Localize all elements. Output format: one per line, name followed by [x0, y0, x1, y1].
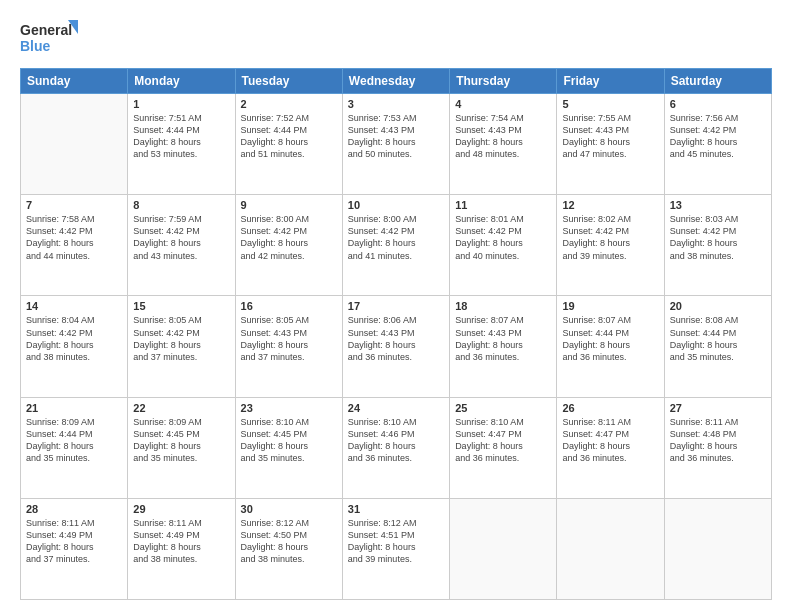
- day-detail: Sunrise: 8:12 AM Sunset: 4:50 PM Dayligh…: [241, 517, 337, 566]
- day-number: 10: [348, 199, 444, 211]
- day-number: 11: [455, 199, 551, 211]
- day-detail: Sunrise: 7:53 AM Sunset: 4:43 PM Dayligh…: [348, 112, 444, 161]
- day-number: 27: [670, 402, 766, 414]
- logo: GeneralBlue: [20, 18, 80, 58]
- day-detail: Sunrise: 8:10 AM Sunset: 4:46 PM Dayligh…: [348, 416, 444, 465]
- day-detail: Sunrise: 8:07 AM Sunset: 4:43 PM Dayligh…: [455, 314, 551, 363]
- day-cell: 21Sunrise: 8:09 AM Sunset: 4:44 PM Dayli…: [21, 397, 128, 498]
- day-detail: Sunrise: 8:05 AM Sunset: 4:43 PM Dayligh…: [241, 314, 337, 363]
- day-detail: Sunrise: 8:10 AM Sunset: 4:45 PM Dayligh…: [241, 416, 337, 465]
- logo-icon: GeneralBlue: [20, 18, 80, 58]
- day-detail: Sunrise: 7:56 AM Sunset: 4:42 PM Dayligh…: [670, 112, 766, 161]
- day-cell: 13Sunrise: 8:03 AM Sunset: 4:42 PM Dayli…: [664, 195, 771, 296]
- weekday-saturday: Saturday: [664, 69, 771, 94]
- day-detail: Sunrise: 8:11 AM Sunset: 4:47 PM Dayligh…: [562, 416, 658, 465]
- day-number: 15: [133, 300, 229, 312]
- day-number: 24: [348, 402, 444, 414]
- weekday-header-row: SundayMondayTuesdayWednesdayThursdayFrid…: [21, 69, 772, 94]
- day-number: 21: [26, 402, 122, 414]
- day-detail: Sunrise: 8:04 AM Sunset: 4:42 PM Dayligh…: [26, 314, 122, 363]
- day-cell: 31Sunrise: 8:12 AM Sunset: 4:51 PM Dayli…: [342, 498, 449, 599]
- day-detail: Sunrise: 8:03 AM Sunset: 4:42 PM Dayligh…: [670, 213, 766, 262]
- day-detail: Sunrise: 8:05 AM Sunset: 4:42 PM Dayligh…: [133, 314, 229, 363]
- day-cell: 20Sunrise: 8:08 AM Sunset: 4:44 PM Dayli…: [664, 296, 771, 397]
- day-detail: Sunrise: 8:06 AM Sunset: 4:43 PM Dayligh…: [348, 314, 444, 363]
- day-cell: 6Sunrise: 7:56 AM Sunset: 4:42 PM Daylig…: [664, 94, 771, 195]
- day-cell: 27Sunrise: 8:11 AM Sunset: 4:48 PM Dayli…: [664, 397, 771, 498]
- day-cell: 25Sunrise: 8:10 AM Sunset: 4:47 PM Dayli…: [450, 397, 557, 498]
- day-cell: 1Sunrise: 7:51 AM Sunset: 4:44 PM Daylig…: [128, 94, 235, 195]
- day-detail: Sunrise: 8:11 AM Sunset: 4:49 PM Dayligh…: [133, 517, 229, 566]
- day-detail: Sunrise: 8:01 AM Sunset: 4:42 PM Dayligh…: [455, 213, 551, 262]
- day-number: 13: [670, 199, 766, 211]
- day-cell: 26Sunrise: 8:11 AM Sunset: 4:47 PM Dayli…: [557, 397, 664, 498]
- day-detail: Sunrise: 8:09 AM Sunset: 4:45 PM Dayligh…: [133, 416, 229, 465]
- day-number: 26: [562, 402, 658, 414]
- day-cell: 29Sunrise: 8:11 AM Sunset: 4:49 PM Dayli…: [128, 498, 235, 599]
- weekday-wednesday: Wednesday: [342, 69, 449, 94]
- day-number: 23: [241, 402, 337, 414]
- day-detail: Sunrise: 8:11 AM Sunset: 4:49 PM Dayligh…: [26, 517, 122, 566]
- day-cell: 23Sunrise: 8:10 AM Sunset: 4:45 PM Dayli…: [235, 397, 342, 498]
- day-number: 29: [133, 503, 229, 515]
- svg-text:General: General: [20, 22, 72, 38]
- week-row-1: 1Sunrise: 7:51 AM Sunset: 4:44 PM Daylig…: [21, 94, 772, 195]
- week-row-2: 7Sunrise: 7:58 AM Sunset: 4:42 PM Daylig…: [21, 195, 772, 296]
- day-detail: Sunrise: 8:10 AM Sunset: 4:47 PM Dayligh…: [455, 416, 551, 465]
- day-cell: 10Sunrise: 8:00 AM Sunset: 4:42 PM Dayli…: [342, 195, 449, 296]
- day-detail: Sunrise: 8:09 AM Sunset: 4:44 PM Dayligh…: [26, 416, 122, 465]
- day-number: 30: [241, 503, 337, 515]
- day-number: 16: [241, 300, 337, 312]
- day-number: 20: [670, 300, 766, 312]
- day-cell: 2Sunrise: 7:52 AM Sunset: 4:44 PM Daylig…: [235, 94, 342, 195]
- day-detail: Sunrise: 8:12 AM Sunset: 4:51 PM Dayligh…: [348, 517, 444, 566]
- weekday-tuesday: Tuesday: [235, 69, 342, 94]
- svg-text:Blue: Blue: [20, 38, 51, 54]
- day-detail: Sunrise: 7:58 AM Sunset: 4:42 PM Dayligh…: [26, 213, 122, 262]
- day-detail: Sunrise: 8:00 AM Sunset: 4:42 PM Dayligh…: [348, 213, 444, 262]
- day-cell: 8Sunrise: 7:59 AM Sunset: 4:42 PM Daylig…: [128, 195, 235, 296]
- day-detail: Sunrise: 7:51 AM Sunset: 4:44 PM Dayligh…: [133, 112, 229, 161]
- day-number: 9: [241, 199, 337, 211]
- day-number: 31: [348, 503, 444, 515]
- day-cell: [21, 94, 128, 195]
- day-cell: 7Sunrise: 7:58 AM Sunset: 4:42 PM Daylig…: [21, 195, 128, 296]
- weekday-sunday: Sunday: [21, 69, 128, 94]
- calendar-page: GeneralBlue SundayMondayTuesdayWednesday…: [0, 0, 792, 612]
- day-detail: Sunrise: 8:07 AM Sunset: 4:44 PM Dayligh…: [562, 314, 658, 363]
- day-cell: 16Sunrise: 8:05 AM Sunset: 4:43 PM Dayli…: [235, 296, 342, 397]
- day-detail: Sunrise: 8:00 AM Sunset: 4:42 PM Dayligh…: [241, 213, 337, 262]
- calendar-table: SundayMondayTuesdayWednesdayThursdayFrid…: [20, 68, 772, 600]
- day-cell: 28Sunrise: 8:11 AM Sunset: 4:49 PM Dayli…: [21, 498, 128, 599]
- day-cell: 18Sunrise: 8:07 AM Sunset: 4:43 PM Dayli…: [450, 296, 557, 397]
- day-cell: 14Sunrise: 8:04 AM Sunset: 4:42 PM Dayli…: [21, 296, 128, 397]
- day-detail: Sunrise: 7:55 AM Sunset: 4:43 PM Dayligh…: [562, 112, 658, 161]
- day-number: 17: [348, 300, 444, 312]
- day-cell: [557, 498, 664, 599]
- day-detail: Sunrise: 8:08 AM Sunset: 4:44 PM Dayligh…: [670, 314, 766, 363]
- weekday-friday: Friday: [557, 69, 664, 94]
- day-number: 22: [133, 402, 229, 414]
- weekday-monday: Monday: [128, 69, 235, 94]
- weekday-thursday: Thursday: [450, 69, 557, 94]
- day-number: 12: [562, 199, 658, 211]
- day-cell: 4Sunrise: 7:54 AM Sunset: 4:43 PM Daylig…: [450, 94, 557, 195]
- day-cell: 17Sunrise: 8:06 AM Sunset: 4:43 PM Dayli…: [342, 296, 449, 397]
- day-detail: Sunrise: 7:59 AM Sunset: 4:42 PM Dayligh…: [133, 213, 229, 262]
- day-detail: Sunrise: 7:52 AM Sunset: 4:44 PM Dayligh…: [241, 112, 337, 161]
- day-number: 8: [133, 199, 229, 211]
- day-detail: Sunrise: 8:02 AM Sunset: 4:42 PM Dayligh…: [562, 213, 658, 262]
- day-number: 5: [562, 98, 658, 110]
- day-number: 1: [133, 98, 229, 110]
- week-row-4: 21Sunrise: 8:09 AM Sunset: 4:44 PM Dayli…: [21, 397, 772, 498]
- day-cell: 5Sunrise: 7:55 AM Sunset: 4:43 PM Daylig…: [557, 94, 664, 195]
- day-cell: [664, 498, 771, 599]
- day-detail: Sunrise: 7:54 AM Sunset: 4:43 PM Dayligh…: [455, 112, 551, 161]
- day-number: 28: [26, 503, 122, 515]
- day-number: 2: [241, 98, 337, 110]
- day-cell: 3Sunrise: 7:53 AM Sunset: 4:43 PM Daylig…: [342, 94, 449, 195]
- day-number: 4: [455, 98, 551, 110]
- day-detail: Sunrise: 8:11 AM Sunset: 4:48 PM Dayligh…: [670, 416, 766, 465]
- day-number: 7: [26, 199, 122, 211]
- day-number: 6: [670, 98, 766, 110]
